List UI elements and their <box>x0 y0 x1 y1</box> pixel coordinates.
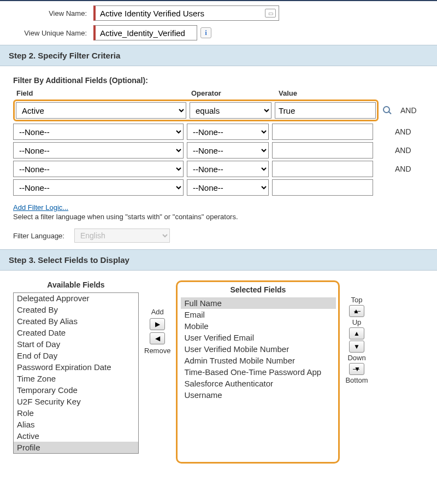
lookup-icon[interactable] <box>382 105 393 116</box>
header-value: Value <box>279 89 371 97</box>
add-filter-logic-link[interactable]: Add Filter Logic... <box>13 203 68 212</box>
up-button[interactable]: ▲ <box>349 327 364 339</box>
bottom-icon: —▼ <box>353 365 361 373</box>
filter-row: --None----None--AND <box>13 161 424 177</box>
filter-field-select[interactable]: --None-- <box>13 142 184 159</box>
reorder-buttons: Top ▲— Up ▲ ▼ Down —▼ Bottom <box>340 280 373 384</box>
down-arrow-icon: ▼ <box>353 343 360 350</box>
filter-field-select[interactable]: --None-- <box>13 124 184 140</box>
list-item[interactable]: Temporary Code <box>14 384 138 396</box>
list-item[interactable]: Alias <box>14 419 138 430</box>
selected-title: Selected Fields <box>181 285 335 294</box>
list-item[interactable]: User Verified Mobile Number <box>181 343 336 355</box>
and-text: AND <box>395 127 417 136</box>
list-item[interactable]: Password Expiration Date <box>14 361 138 373</box>
filter-value-input[interactable] <box>272 179 373 196</box>
filter-field-select[interactable]: Active <box>16 102 186 119</box>
filter-language-select[interactable]: English <box>74 228 170 243</box>
step2-header: Step 2. Specify Filter Criteria <box>0 45 437 66</box>
and-text: AND <box>400 106 422 115</box>
bottom-button[interactable]: —▼ <box>349 363 364 375</box>
filter-row: --None----None--AND <box>13 142 424 159</box>
lang-row: Filter Language: English <box>13 228 424 243</box>
filter-operator-select[interactable]: --None-- <box>187 179 269 196</box>
view-unique-label: View Unique Name: <box>9 29 93 37</box>
list-item[interactable]: Email <box>181 309 336 320</box>
list-item[interactable]: U2F Security Key <box>14 396 138 407</box>
add-remove-buttons: Add ▶ ◀ Remove <box>139 280 176 355</box>
header-operator: Operator <box>191 89 279 97</box>
list-item[interactable]: Salesforce Authenticator <box>181 378 336 389</box>
filter-value-input[interactable] <box>275 102 376 119</box>
info-icon[interactable]: i <box>200 27 211 38</box>
filter-title: Filter By Additional Fields (Optional): <box>13 76 424 85</box>
view-unique-row: View Unique Name: i <box>0 25 437 45</box>
list-item[interactable]: Role <box>14 407 138 419</box>
list-item[interactable]: Username <box>181 389 336 401</box>
filter-field-select[interactable]: --None-- <box>13 161 184 177</box>
and-text: AND <box>395 146 417 155</box>
view-name-row: View Name: ▭ <box>0 1 437 25</box>
filter-operator-select[interactable]: --None-- <box>187 124 269 140</box>
remove-button[interactable]: ◀ <box>150 332 165 344</box>
columns-section: Available Fields Storage Used (KB)Delega… <box>0 271 437 473</box>
top-icon: ▲— <box>353 307 361 315</box>
filter-value-input[interactable] <box>272 124 373 140</box>
list-item[interactable]: End of Day <box>14 350 138 361</box>
selected-highlight: Selected Fields Full NameEmailMobileUser… <box>176 280 340 464</box>
bottom-label: Bottom <box>345 376 368 384</box>
view-unique-input[interactable] <box>93 25 197 40</box>
up-label: Up <box>352 318 362 326</box>
list-item[interactable]: Time-Based One-Time Password App <box>181 366 336 378</box>
filter-row: --None----None-- <box>13 179 424 196</box>
view-name-label: View Name: <box>9 9 93 17</box>
add-label: Add <box>151 308 164 316</box>
left-arrow-icon: ◀ <box>155 335 160 342</box>
list-item[interactable]: Created By Alias <box>14 315 138 327</box>
list-item[interactable]: Mobile <box>181 320 336 332</box>
list-item[interactable]: Active <box>14 430 138 442</box>
filter-section: Filter By Additional Fields (Optional): … <box>0 66 437 249</box>
list-item[interactable]: Created By <box>14 304 138 315</box>
list-item[interactable]: Time Zone <box>14 373 138 384</box>
filter-row: --None----None--AND <box>13 124 424 140</box>
list-item[interactable]: Created Date <box>14 327 138 338</box>
selected-column: Selected Fields Full NameEmailMobileUser… <box>176 280 340 464</box>
filter-rows: ActiveequalsAND--None----None--AND--None… <box>13 99 424 196</box>
header-field: Field <box>16 89 191 97</box>
filter-operator-select[interactable]: equals <box>190 102 271 119</box>
filter-value-input[interactable] <box>272 142 373 159</box>
id-card-icon: ▭ <box>265 9 276 17</box>
filter-operator-select[interactable]: --None-- <box>187 142 269 159</box>
list-item[interactable]: User Verified Email <box>181 332 336 343</box>
filter-language-label: Filter Language: <box>13 232 64 240</box>
remove-label: Remove <box>144 347 170 355</box>
and-text: AND <box>395 165 417 173</box>
available-title: Available Fields <box>13 280 139 289</box>
filter-hint: Select a filter language when using "sta… <box>13 213 424 221</box>
list-item[interactable]: Profile <box>14 442 138 453</box>
available-column: Available Fields Storage Used (KB)Delega… <box>13 280 139 454</box>
filter-field-select[interactable]: --None-- <box>13 179 184 196</box>
list-item[interactable]: Full Name <box>181 297 336 309</box>
right-arrow-icon: ▶ <box>155 320 160 328</box>
top-label: Top <box>351 296 363 304</box>
up-arrow-icon: ▲ <box>353 330 360 337</box>
step3-header: Step 3. Select Fields to Display <box>0 249 437 271</box>
filter-operator-select[interactable]: --None-- <box>187 161 269 177</box>
filter-value-input[interactable] <box>272 161 373 177</box>
add-button[interactable]: ▶ <box>150 318 165 330</box>
filter-headers: Field Operator Value <box>13 89 424 97</box>
filter-row: ActiveequalsAND <box>13 99 424 121</box>
selected-fields-listbox[interactable]: Full NameEmailMobileUser Verified EmailU… <box>181 297 336 459</box>
available-fields-listbox[interactable]: Storage Used (KB)Delegated ApproverCreat… <box>13 292 139 454</box>
down-label: Down <box>347 354 365 362</box>
list-item[interactable]: Delegated Approver <box>14 292 138 304</box>
list-item[interactable]: Start of Day <box>14 338 138 350</box>
list-item[interactable]: Admin Trusted Mobile Number <box>181 355 336 366</box>
view-name-input[interactable] <box>93 5 279 21</box>
down-button[interactable]: ▼ <box>349 341 364 353</box>
top-button[interactable]: ▲— <box>349 305 364 317</box>
